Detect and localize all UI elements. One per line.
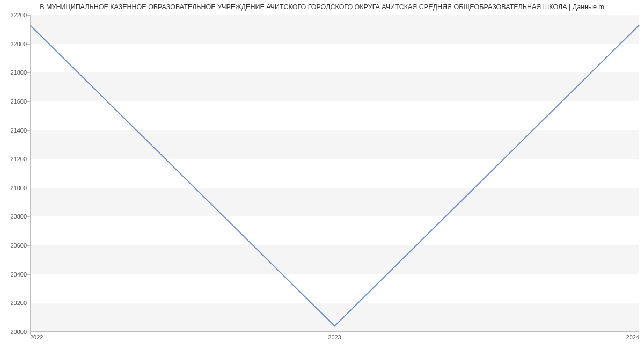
x-tick-mark	[30, 332, 31, 335]
data-line	[30, 15, 639, 332]
y-tick-label: 21600	[3, 98, 27, 105]
x-tick-label: 2023	[328, 334, 341, 340]
y-tick-label: 21200	[3, 156, 27, 162]
x-tick-label: 2024	[626, 334, 639, 340]
y-tick-label: 20400	[3, 271, 27, 278]
y-tick-label: 21000	[3, 185, 27, 191]
y-tick-label: 20200	[3, 300, 27, 306]
y-tick-label: 20600	[3, 242, 27, 249]
plot-area	[30, 15, 639, 332]
y-tick-label: 21400	[3, 127, 27, 134]
chart-title: В МУНИЦИПАЛЬНОЕ КАЗЕННОЕ ОБРАЗОВАТЕЛЬНОЕ…	[0, 3, 644, 11]
x-tick-mark	[335, 332, 335, 335]
y-tick-label: 20800	[3, 213, 27, 220]
y-tick-label: 21800	[3, 69, 27, 76]
x-tick-label: 2022	[30, 334, 43, 340]
y-tick-label: 22000	[3, 41, 27, 47]
y-tick-label: 20000	[3, 329, 27, 335]
y-tick-label: 22200	[3, 12, 27, 18]
x-tick-mark	[639, 332, 639, 335]
